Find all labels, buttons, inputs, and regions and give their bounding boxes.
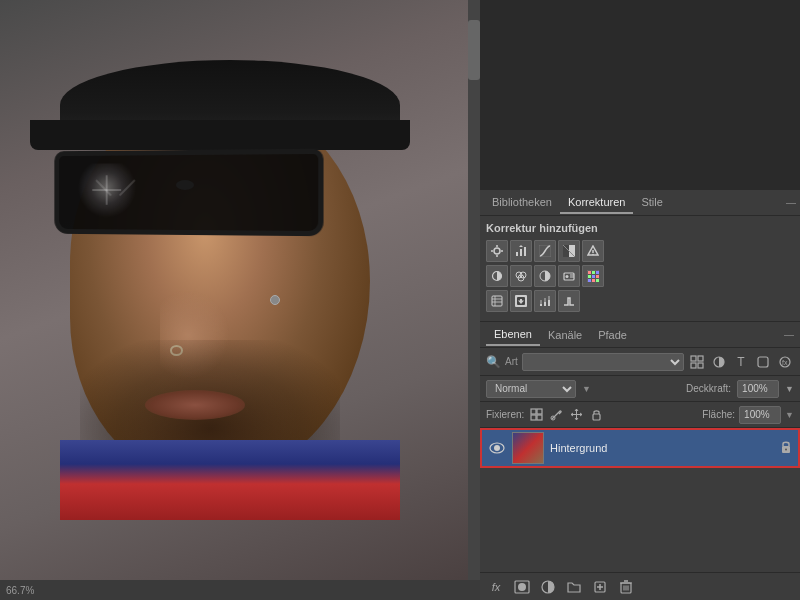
lips (145, 390, 245, 420)
color-lookup-icon[interactable] (486, 290, 508, 312)
svg-rect-33 (492, 296, 502, 306)
filter-text-icon[interactable]: T (732, 353, 750, 371)
filter-row: 🔍 Art T fx (480, 348, 800, 376)
korrekturen-title: Korrektur hinzufügen (486, 222, 794, 234)
tab-kanaele[interactable]: Kanäle (540, 325, 590, 345)
fix-brush-icon[interactable] (548, 407, 564, 423)
svg-rect-46 (698, 356, 703, 361)
adjustment-layer-button[interactable] (538, 577, 558, 597)
correction-icons-row-1 (486, 240, 794, 262)
layer-row-hintergrund[interactable]: Hintergrund (480, 428, 800, 468)
preview-area (480, 0, 800, 190)
filter-art-label: Art (505, 356, 518, 367)
layer-name-hintergrund: Hintergrund (550, 442, 774, 454)
filter-adjustment-icon[interactable] (710, 353, 728, 371)
svg-rect-24 (588, 271, 591, 274)
opacity-input[interactable] (737, 380, 779, 398)
shirt (60, 440, 400, 520)
flaeche-input[interactable] (739, 406, 781, 424)
layer-thumb-image (513, 433, 543, 463)
fx-button[interactable]: fx (486, 577, 506, 597)
bottom-toolbar: fx (480, 572, 800, 600)
filter-type-dropdown[interactable] (522, 353, 684, 371)
vibrance-icon[interactable] (582, 240, 604, 262)
layer-visibility-hintergrund[interactable] (488, 439, 506, 457)
svg-point-22 (566, 275, 569, 278)
group-layer-button[interactable] (564, 577, 584, 597)
svg-rect-55 (531, 415, 536, 420)
curves-icon[interactable] (534, 240, 556, 262)
ebenen-panel-collapse[interactable]: — (784, 329, 794, 340)
canvas-scrollbar[interactable] (468, 0, 480, 580)
canvas-scrollbar-thumb[interactable] (468, 20, 480, 80)
svg-rect-5 (516, 252, 518, 256)
brightness-icon[interactable] (486, 240, 508, 262)
svg-rect-47 (691, 363, 696, 368)
invert-icon[interactable] (510, 290, 532, 312)
svg-rect-43 (548, 300, 550, 306)
delete-layer-button[interactable] (616, 577, 636, 597)
tab-pfade[interactable]: Pfade (590, 325, 635, 345)
correction-icons-row-3 (486, 290, 794, 312)
filter-search-icon: 🔍 (486, 355, 501, 369)
fix-lock-icon[interactable] (588, 407, 604, 423)
layer-lock-icon (780, 440, 792, 456)
tab-bibliotheken[interactable]: Bibliotheken (484, 192, 560, 214)
canvas-status: 66.7% (6, 585, 34, 596)
svg-rect-10 (563, 245, 569, 257)
new-layer-button[interactable] (590, 577, 610, 597)
svg-rect-31 (592, 279, 595, 282)
cap-brim (30, 120, 410, 150)
svg-rect-26 (596, 271, 599, 274)
hue-saturation-icon[interactable] (486, 265, 508, 287)
svg-rect-28 (592, 275, 595, 278)
panel-tabs-row: Bibliotheken Korrekturen Stile — (480, 190, 800, 216)
levels-icon[interactable] (510, 240, 532, 262)
exposure-icon[interactable] (558, 240, 580, 262)
right-panel: Bibliotheken Korrekturen Stile — Korrekt… (480, 0, 800, 600)
filter-shape-icon[interactable] (754, 353, 772, 371)
color-balance-icon[interactable] (510, 265, 532, 287)
svg-rect-6 (520, 249, 522, 256)
flaeche-label: Fläche: (702, 409, 735, 420)
layers-list: Hintergrund (480, 428, 800, 572)
tab-stile[interactable]: Stile (633, 192, 670, 214)
threshold-icon[interactable] (558, 290, 580, 312)
svg-rect-40 (540, 300, 542, 304)
black-white-icon[interactable] (534, 265, 556, 287)
channel-mixer-icon[interactable] (582, 265, 604, 287)
photo-filter-icon[interactable] (558, 265, 580, 287)
korrekturen-panel-collapse[interactable]: — (786, 197, 796, 208)
fix-pixel-icon[interactable] (528, 407, 544, 423)
blend-row: NormalMultiplizierenNegativ multiplizier… (480, 376, 800, 402)
fix-move-icon[interactable] (568, 407, 584, 423)
svg-marker-8 (519, 245, 523, 247)
svg-rect-25 (592, 271, 595, 274)
svg-rect-45 (691, 356, 696, 361)
layer-thumbnail-hintergrund (512, 432, 544, 464)
posterize-icon[interactable] (534, 290, 556, 312)
svg-rect-56 (537, 415, 542, 420)
ebenen-section: Ebenen Kanäle Pfade — 🔍 Art T fx (480, 322, 800, 600)
svg-rect-39 (540, 304, 542, 306)
opacity-arrow[interactable]: ▼ (785, 384, 794, 394)
korrekturen-panel: Korrektur hinzufügen (480, 216, 800, 322)
blend-dropdown-arrow[interactable]: ▼ (582, 384, 591, 394)
svg-rect-44 (548, 296, 550, 300)
svg-rect-54 (537, 409, 542, 414)
tab-ebenen[interactable]: Ebenen (486, 324, 540, 346)
tab-korrekturen[interactable]: Korrekturen (560, 192, 633, 214)
ear-stud (270, 295, 280, 305)
filter-smart-icon[interactable]: fx (776, 353, 794, 371)
svg-rect-30 (588, 279, 591, 282)
svg-text:fx: fx (782, 359, 788, 366)
mask-button[interactable] (512, 577, 532, 597)
filter-pixel-icon[interactable] (688, 353, 706, 371)
svg-point-62 (785, 449, 787, 451)
canvas-image (0, 0, 480, 580)
blend-mode-dropdown[interactable]: NormalMultiplizierenNegativ multiplizier… (486, 380, 576, 398)
fixieren-label: Fixieren: (486, 409, 524, 420)
ebenen-tabs-row: Ebenen Kanäle Pfade — (480, 322, 800, 348)
svg-rect-48 (698, 363, 703, 368)
flaeche-arrow[interactable]: ▼ (785, 410, 794, 420)
